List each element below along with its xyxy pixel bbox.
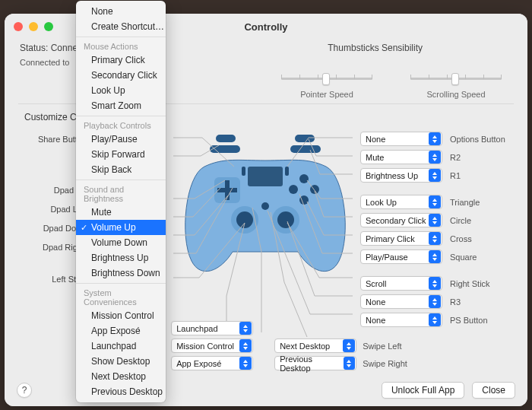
menu-item-smart-zoom[interactable]: Smart Zoom (76, 98, 166, 113)
left-mapping-label: Dpad U (24, 184, 82, 196)
sensibility-heading: Thumbsticks Sensibility (328, 43, 423, 53)
left-mapping-label (24, 171, 82, 177)
l3-extra-combo[interactable]: Mission Control (171, 338, 253, 353)
menu-item-primary-click[interactable]: Primary Click (76, 52, 166, 68)
chevron-updown-icon (429, 232, 441, 245)
menu-item-skip-back[interactable]: Skip Back (76, 162, 166, 177)
left-mapping-label: Dpad Dow (24, 222, 82, 234)
mapping-combo-cross[interactable]: Primary Click (360, 231, 442, 246)
swipe-up-combo[interactable]: Launchpad (171, 321, 253, 335)
mapping-combo-circle[interactable]: Secondary Click (360, 213, 442, 227)
chevron-updown-icon (429, 313, 441, 326)
mapping-label: R3 (450, 297, 511, 307)
menu-item-launchpad[interactable]: Launchpad (76, 338, 166, 354)
chevron-updown-icon (429, 169, 441, 182)
chevron-updown-icon (429, 214, 441, 227)
mapping-label: Cross (450, 234, 511, 243)
swipe-right-label: Swipe Right (363, 359, 407, 368)
mapping-combo-triangle[interactable]: Look Up (360, 195, 442, 209)
chevron-updown-icon (239, 322, 252, 335)
menu-item-app-expos-[interactable]: App Exposé (76, 323, 166, 338)
mapping-combo-square[interactable]: Play/Pause (360, 249, 442, 264)
chevron-updown-icon (343, 339, 355, 352)
swipe-down-combo[interactable]: App Exposé (171, 356, 253, 370)
menu-heading: Playback Controls (76, 119, 166, 132)
mapping-label: Square (450, 253, 511, 262)
left-mapping-label: Left Stic (24, 273, 82, 285)
swipe-left-label: Swipe Left (363, 342, 407, 351)
pointer-speed-slider[interactable] (281, 72, 372, 85)
chevron-updown-icon (429, 132, 441, 145)
status-label: Status: Connec (20, 43, 82, 53)
menu-item-skip-forward[interactable]: Skip Forward (76, 147, 166, 162)
menu-item-volume-up[interactable]: Volume Up (76, 220, 166, 235)
menu-item-show-desktop[interactable]: Show Desktop (76, 354, 166, 369)
help-button[interactable]: ? (17, 383, 32, 398)
menu-item-play-pause[interactable]: Play/Pause (76, 132, 166, 147)
chevron-updown-icon (429, 277, 441, 290)
menu-item-brightness-up[interactable]: Brightness Up (76, 250, 166, 265)
left-mapping-label (24, 260, 82, 266)
mapping-label: Triangle (450, 198, 511, 207)
mapping-label: R1 (450, 171, 511, 180)
menu-item-previous-desktop[interactable]: Previous Desktop (76, 384, 166, 399)
left-mapping-label: Dpad Le (24, 203, 82, 215)
menu-heading: System Conveniences (76, 286, 166, 308)
swipe-right-combo[interactable]: Previous Desktop (274, 356, 356, 370)
left-mapping-label: Dpad Righ (24, 241, 82, 253)
menu-item-volume-down[interactable]: Volume Down (76, 235, 166, 250)
menu-item-look-up[interactable]: Look Up (76, 83, 166, 98)
scrolling-speed-label: Scrolling Speed (426, 90, 485, 99)
mapping-label: R2 (450, 153, 511, 162)
close-button[interactable]: Close (472, 382, 515, 399)
scrolling-speed-slider[interactable] (410, 72, 502, 85)
left-mapping-label: Share Butto (24, 133, 82, 145)
menu-item-secondary-click[interactable]: Secondary Click (76, 68, 166, 83)
menu-item-none[interactable]: None (76, 4, 166, 19)
chevron-updown-icon (429, 151, 441, 164)
mapping-combo-r2[interactable]: Mute (360, 150, 442, 164)
menu-heading: Mouse Actions (76, 40, 166, 52)
unlock-full-app-button[interactable]: Unlock Full App (382, 382, 464, 399)
mapping-combo-right-stick[interactable]: Scroll (360, 276, 442, 291)
mapping-label: PS Button (450, 316, 511, 325)
left-mapping-label: L (24, 152, 82, 164)
swipe-left-combo[interactable]: Next Desktop (274, 338, 356, 353)
chevron-updown-icon (344, 357, 356, 370)
pointer-speed-label: Pointer Speed (300, 90, 353, 99)
mapping-combo-options-button[interactable]: None (360, 132, 442, 146)
chevron-updown-icon (239, 339, 252, 352)
menu-item-create-shortcut-[interactable]: Create Shortcut… (76, 19, 166, 34)
chevron-updown-icon (429, 295, 441, 308)
mapping-combo-r1[interactable]: Brightness Up (360, 168, 442, 183)
chevron-updown-icon (429, 195, 441, 208)
menu-heading: Sound and Brightness (76, 183, 166, 205)
menu-item-next-desktop[interactable]: Next Desktop (76, 369, 166, 384)
mapping-label: Right Stick (450, 279, 511, 288)
chevron-updown-icon (429, 250, 441, 263)
mapping-label: Options Button (450, 135, 511, 144)
menu-item-mission-control[interactable]: Mission Control (76, 308, 166, 323)
menu-item-brightness-down[interactable]: Brightness Down (76, 265, 166, 281)
action-dropdown-menu[interactable]: NoneCreate Shortcut…Mouse ActionsPrimary… (76, 1, 166, 402)
mapping-label: Circle (450, 216, 511, 225)
chevron-updown-icon (239, 357, 252, 370)
mapping-combo-r3[interactable]: None (360, 294, 442, 309)
menu-item-mute[interactable]: Mute (76, 205, 166, 220)
